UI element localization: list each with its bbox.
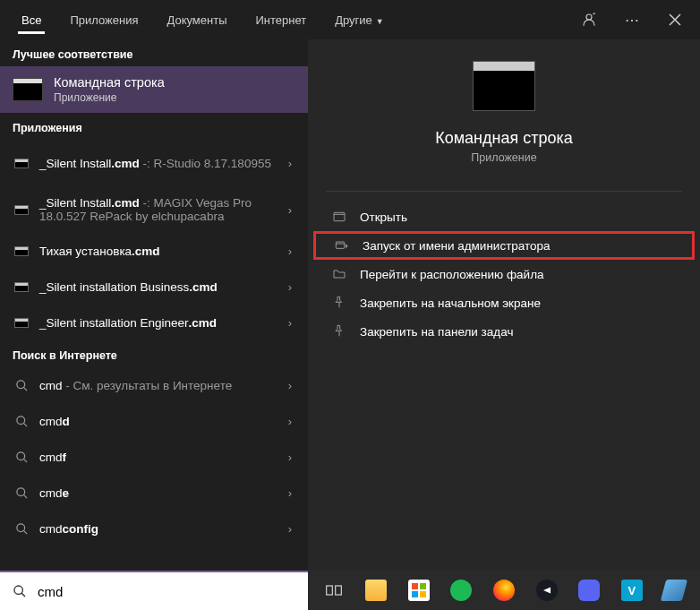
search-icon [13,486,30,500]
search-icon [13,379,30,392]
search-tabs: Все Приложения Документы Интернет Другие… [0,0,700,39]
chevron-right-icon: › [288,280,292,294]
app-result-label: _Silent Install.cmd -: MAGIX Vegas Pro 1… [39,196,288,223]
steam-icon[interactable] [526,573,568,607]
app-result[interactable]: _Silent Install.cmd -: R-Studio 8.17.180… [0,140,308,186]
section-web: Поиск в Интернете [0,340,308,367]
web-result[interactable]: cmdconfig › [0,511,308,546]
web-result-label: cmdconfig [39,522,288,536]
web-result-label: cmd - См. результаты в Интернете [39,379,288,392]
svg-rect-7 [336,242,344,248]
tab-apps[interactable]: Приложения [55,6,152,34]
action-pin-start[interactable]: Закрепить на начальном экране [308,288,700,317]
admin-icon [334,238,350,253]
search-input[interactable] [38,584,295,599]
web-result[interactable]: cmdd › [0,403,308,439]
app-result[interactable]: _Silent installation Business.cmd › [0,269,308,305]
search-icon [13,522,30,536]
tab-internet[interactable]: Интернет [241,6,320,34]
pin-taskbar-icon [331,324,347,339]
action-label: Закрепить на начальном экране [360,296,541,310]
app-result[interactable]: Тихая установка.cmd › [0,233,308,269]
web-result-label: cmde [39,486,288,500]
section-best-match: Лучшее соответствие [0,39,308,66]
action-label: Закрепить на панели задач [360,325,513,339]
tab-all[interactable]: Все [7,6,55,34]
app-result-label: _Silent installation Engineer.cmd [39,316,288,330]
action-open[interactable]: Открыть [308,202,700,231]
best-match-title: Командная строка [54,75,165,90]
chevron-right-icon: › [288,522,292,536]
svg-point-4 [16,487,24,495]
web-result[interactable]: cmdf › [0,439,308,475]
chevron-right-icon: › [288,316,292,330]
chevron-right-icon: › [288,203,292,217]
web-result[interactable]: cmde › [0,475,308,511]
action-pin-taskbar[interactable]: Закрепить на панели задач [308,317,700,346]
svg-rect-9 [326,586,332,595]
app-result[interactable]: _Silent Install.cmd -: MAGIX Vegas Pro 1… [0,186,308,233]
search-bar[interactable] [0,571,308,610]
discord-icon[interactable] [568,573,610,607]
taskbar: V [308,571,700,610]
action-label: Перейти к расположению файла [360,268,544,281]
results-panel: Лучшее соответствие Командная строка При… [0,39,308,571]
svg-point-5 [16,523,24,531]
open-icon [331,210,347,224]
detail-app-icon [473,61,535,111]
vegas-icon[interactable]: V [611,573,653,607]
best-match-item[interactable]: Командная строка Приложение [0,66,308,113]
svg-rect-6 [334,212,345,220]
action-run-as-admin[interactable]: Запуск от имени администратора [313,231,695,260]
cmd-file-icon [13,282,30,292]
chevron-right-icon: › [288,486,292,500]
file-explorer-icon[interactable] [356,573,397,607]
web-result-label: cmdf [39,451,288,464]
section-apps: Приложения [0,113,308,140]
chevron-right-icon: › [288,245,292,258]
action-label: Открыть [360,210,407,224]
search-icon [13,584,27,598]
main-content: Лучшее соответствие Командная строка При… [0,39,700,571]
cmd-file-icon [13,318,30,328]
divider [326,191,682,192]
action-open-location[interactable]: Перейти к расположению файла [308,260,700,288]
app-icon[interactable] [654,573,696,607]
folder-icon [331,267,347,281]
cmd-file-icon [13,159,30,168]
spotify-icon[interactable] [441,573,482,607]
close-icon[interactable] [657,2,693,38]
web-result-label: cmdd [39,415,288,428]
tab-more[interactable]: Другие▼ [320,6,398,34]
microsoft-store-icon[interactable] [398,573,440,607]
feedback-icon[interactable] [571,2,607,38]
svg-point-0 [586,14,592,20]
search-icon [13,415,30,428]
app-result[interactable]: _Silent installation Engineer.cmd › [0,305,308,340]
chevron-right-icon: › [288,379,292,392]
tab-documents[interactable]: Документы [152,6,241,34]
task-view-icon[interactable] [313,573,354,607]
chevron-right-icon: › [288,451,292,464]
app-result-label: _Silent installation Business.cmd [39,280,288,294]
action-label: Запуск от имени администратора [363,239,551,253]
app-result-label: Тихая установка.cmd [39,245,288,258]
cmd-file-icon [13,205,30,215]
svg-point-3 [16,451,24,460]
web-result[interactable]: cmd - См. результаты в Интернете › [0,367,308,403]
detail-panel: Командная строка Приложение Открыть Запу… [308,39,700,571]
firefox-icon[interactable] [483,573,525,607]
app-result-label: _Silent Install.cmd -: R-Studio 8.17.180… [39,157,288,170]
detail-subtitle: Приложение [308,151,700,164]
svg-point-8 [14,586,22,594]
svg-point-2 [16,416,24,424]
svg-rect-10 [335,586,341,595]
pin-start-icon [331,296,347,310]
best-match-subtitle: Приложение [54,91,165,104]
chevron-right-icon: › [288,157,292,170]
chevron-down-icon: ▼ [376,17,384,26]
search-icon [13,451,30,464]
svg-point-1 [16,380,24,388]
chevron-right-icon: › [288,415,292,428]
more-options-icon[interactable]: ⋯ [614,2,650,38]
